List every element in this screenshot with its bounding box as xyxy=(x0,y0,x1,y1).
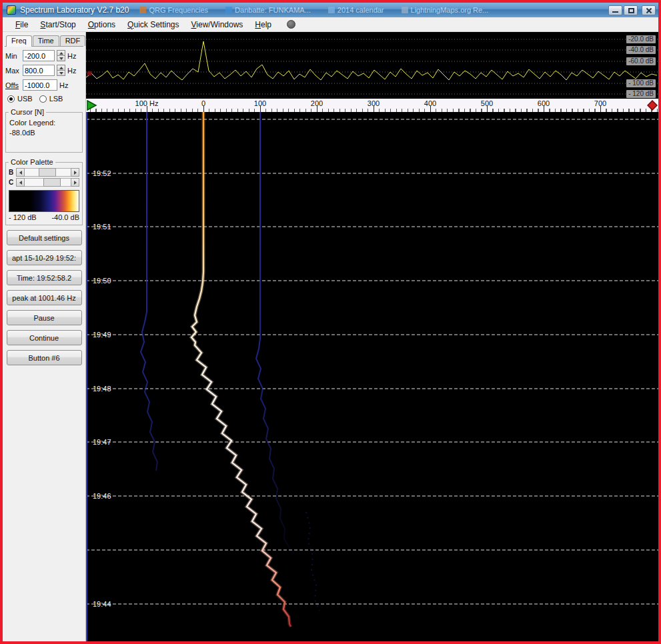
menu-view-windows[interactable]: View/Windows xyxy=(185,18,249,31)
pan-arrow-icon[interactable] xyxy=(87,100,97,111)
min-unit: Hz xyxy=(67,52,76,60)
tab-freq[interactable]: Freq xyxy=(6,35,32,47)
arrow-left-icon xyxy=(19,181,22,185)
background-tab[interactable]: LightningMaps.org Re... xyxy=(402,6,489,14)
menu-bar: File Start/Stop Options Quick Settings V… xyxy=(3,17,658,32)
waterfall-plot xyxy=(86,112,658,641)
tab-rdf[interactable]: RDF xyxy=(60,35,86,46)
tab-favicon xyxy=(225,7,232,13)
brightness-label: B xyxy=(9,169,15,176)
minimize-button[interactable] xyxy=(608,5,622,15)
waterfall-display[interactable]: 19:52 19:51 19:50 19:49 19:48 19:47 19:4… xyxy=(86,112,658,641)
sideband-selector: USB LSB xyxy=(7,95,81,103)
brightness-thumb[interactable] xyxy=(39,168,56,177)
panel-splitter[interactable] xyxy=(86,99,87,641)
status-led-icon xyxy=(287,20,295,29)
spin-up-button[interactable] xyxy=(57,50,65,56)
time-label: 19:51 xyxy=(93,223,111,231)
right-sideband-trace xyxy=(256,112,293,553)
freq-label: 500 xyxy=(481,99,493,107)
time-label: 19:48 xyxy=(93,385,111,393)
time-label: 19:47 xyxy=(93,438,111,446)
palette-range-labels: - 120 dB -40.0 dB xyxy=(9,213,79,221)
usb-radio[interactable] xyxy=(7,95,15,103)
arrow-right-icon xyxy=(74,181,77,185)
tab-time[interactable]: Time xyxy=(33,35,59,46)
scroll-left-button[interactable] xyxy=(16,168,25,177)
freq-label: 300 xyxy=(368,99,380,107)
spectrum-plot xyxy=(86,32,658,99)
color-legend-label: Color Legend: xyxy=(9,119,79,127)
palette-group-title: Color Palette xyxy=(9,158,55,166)
menu-file[interactable]: File xyxy=(9,18,34,31)
db-scale-label: -40.0 dB xyxy=(626,46,656,54)
default-settings-button[interactable]: Default settings xyxy=(7,230,82,245)
time-display-button[interactable]: Time: 19:52:58.2 xyxy=(7,270,82,285)
close-button[interactable] xyxy=(642,5,656,15)
arrow-right-icon xyxy=(74,171,77,175)
min-spinner xyxy=(57,50,65,61)
control-panel: Freq Time RDF Min Hz Max xyxy=(3,32,86,641)
peak-display-button[interactable]: peak at 1001.46 Hz xyxy=(7,290,82,305)
contrast-label: C xyxy=(9,179,15,186)
frequency-ruler[interactable]: 100 Hz 0 100 200 300 400 500 600 700 xyxy=(86,99,658,112)
marker-diamond-icon[interactable] xyxy=(647,100,658,111)
minimize-icon xyxy=(612,11,618,13)
background-tab[interactable]: Danbatte: FUNKAMA... xyxy=(225,6,311,14)
left-sideband-trace xyxy=(141,112,157,471)
menu-options[interactable]: Options xyxy=(82,18,121,31)
window-title: Spectrum Laboratory V2.7 b20 xyxy=(20,5,129,15)
spin-down-button[interactable] xyxy=(57,56,65,61)
max-unit: Hz xyxy=(67,67,76,75)
capture-button[interactable]: apt 15-10-29 19:52: xyxy=(7,250,82,265)
contrast-scrollbar xyxy=(16,178,79,187)
contrast-slider-row: C xyxy=(9,178,79,187)
maximize-button[interactable] xyxy=(624,5,638,15)
button-6[interactable]: Button #6 xyxy=(7,350,82,365)
maximize-icon xyxy=(628,8,634,13)
freq-label: 100 xyxy=(254,99,266,107)
freq-label: 700 xyxy=(594,99,606,107)
scroll-left-button[interactable] xyxy=(16,178,25,187)
background-tab-label: QRG Frequencies xyxy=(149,6,208,14)
offset-row: Offs Hz xyxy=(5,79,83,91)
scroll-right-button[interactable] xyxy=(71,178,79,187)
contrast-thumb[interactable] xyxy=(43,178,61,187)
max-frequency-input[interactable] xyxy=(23,65,55,76)
max-spinner xyxy=(57,65,65,76)
usb-label: USB xyxy=(17,95,33,103)
pause-button[interactable]: Pause xyxy=(7,310,82,325)
brightness-track[interactable] xyxy=(25,168,71,177)
spin-down-button[interactable] xyxy=(57,71,65,76)
background-tab-label: 2014 calendar xyxy=(338,6,384,14)
min-frequency-input[interactable] xyxy=(23,50,55,61)
freq-label: 600 xyxy=(538,99,550,107)
arrow-down-icon xyxy=(59,72,63,75)
menu-quick-settings[interactable]: Quick Settings xyxy=(121,18,185,31)
menu-help[interactable]: Help xyxy=(249,18,277,31)
palette-gradient-bar[interactable] xyxy=(9,190,79,212)
background-tab[interactable]: QRG Frequencies xyxy=(139,6,208,14)
spectrum-trace xyxy=(86,41,657,80)
cursor-group: Cursor [N] Color Legend: -88.0dB xyxy=(5,108,83,153)
background-tab[interactable]: 2014 calendar xyxy=(328,6,384,14)
db-scale-label: -20.0 dB xyxy=(626,35,656,43)
palette-min-label: - 120 dB xyxy=(9,213,37,221)
lsb-label: LSB xyxy=(49,95,63,103)
spin-up-button[interactable] xyxy=(57,65,65,71)
scroll-right-button[interactable] xyxy=(71,168,79,177)
arrow-up-icon xyxy=(59,52,63,55)
color-palette-group: Color Palette B C xyxy=(5,158,83,225)
lsb-radio[interactable] xyxy=(39,95,47,103)
window-frame: Spectrum Laboratory V2.7 b20 QRG Frequen… xyxy=(0,0,661,644)
spectrum-graph[interactable]: -20.0 dB -40.0 dB -60.0 dB - 100 dB - 12… xyxy=(86,32,658,99)
cursor-group-title: Cursor [N] xyxy=(9,108,46,116)
contrast-track[interactable] xyxy=(25,178,71,187)
continue-button[interactable]: Continue xyxy=(7,330,82,345)
menu-start-stop[interactable]: Start/Stop xyxy=(34,18,81,31)
offset-label[interactable]: Offs xyxy=(5,81,21,89)
window-controls xyxy=(608,5,656,15)
offset-input[interactable] xyxy=(23,79,57,91)
title-bar[interactable]: Spectrum Laboratory V2.7 b20 QRG Frequen… xyxy=(3,3,658,17)
freq-label: 200 xyxy=(311,99,323,107)
